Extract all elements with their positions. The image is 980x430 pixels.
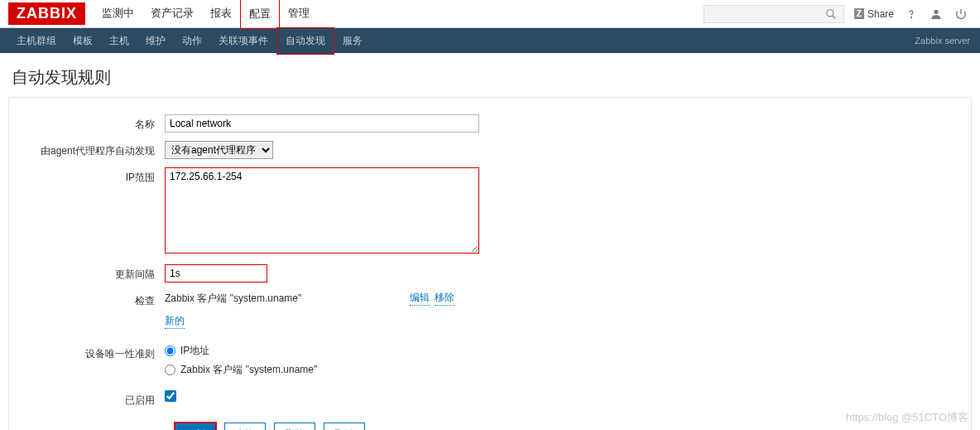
uniqueness-label: 设备唯一性准则 <box>17 344 165 382</box>
subnav-correlation[interactable]: 关联项事件 <box>210 28 276 54</box>
name-label: 名称 <box>17 114 165 133</box>
search-icon <box>824 7 838 22</box>
button-row: 更新 克隆 删除 取消 <box>175 423 963 430</box>
iprange-label: IP范围 <box>17 167 165 256</box>
subnav-services[interactable]: 服务 <box>334 28 371 54</box>
user-icon[interactable] <box>929 7 944 22</box>
power-icon[interactable] <box>954 7 968 22</box>
svg-point-0 <box>827 9 833 16</box>
subnav-actions[interactable]: 动作 <box>174 28 210 54</box>
svg-point-3 <box>934 9 938 13</box>
sub-nav: 主机群组 模板 主机 维护 动作 关联项事件 自动发现 服务 Zabbix se… <box>0 28 980 53</box>
top-nav: ZABBIX 监测中 资产记录 报表 配置 管理 Z Share <box>0 0 980 28</box>
svg-line-1 <box>833 15 836 18</box>
share-z-icon: Z <box>854 8 864 19</box>
check-item-row: Zabbix 客户端 "system.uname" 编辑 移除 <box>165 291 454 306</box>
interval-label: 更新间隔 <box>17 264 165 283</box>
svg-point-2 <box>910 17 911 17</box>
delete-button[interactable]: 删除 <box>274 423 315 430</box>
proxy-select[interactable]: 没有agent代理程序 <box>165 141 273 159</box>
edit-link[interactable]: 编辑 <box>410 291 430 306</box>
subnav-hostgroups[interactable]: 主机群组 <box>8 28 65 54</box>
enabled-checkbox[interactable] <box>165 390 176 402</box>
checks-label: 检查 <box>17 291 165 329</box>
nav-administration[interactable]: 管理 <box>280 0 318 29</box>
nav-inventory[interactable]: 资产记录 <box>142 0 202 29</box>
nav-monitoring[interactable]: 监测中 <box>94 0 142 29</box>
uniqueness-radio-agent[interactable]: Zabbix 客户端 "system.uname" <box>165 363 963 377</box>
server-label: Zabbix server <box>915 36 980 46</box>
subnav-maintenance[interactable]: 维护 <box>137 28 174 54</box>
cancel-button[interactable]: 取消 <box>324 423 365 430</box>
subnav-discovery[interactable]: 自动发现 <box>276 27 334 55</box>
subnav-templates[interactable]: 模板 <box>65 28 101 54</box>
search-input[interactable] <box>704 5 844 23</box>
remove-link[interactable]: 移除 <box>435 291 454 306</box>
clone-button[interactable]: 克隆 <box>224 423 266 430</box>
update-button[interactable]: 更新 <box>175 423 216 430</box>
share-button[interactable]: Z Share <box>854 8 894 20</box>
uniqueness-option-ip: IP地址 <box>180 344 209 358</box>
new-check-link[interactable]: 新的 <box>165 314 185 329</box>
nav-reports[interactable]: 报表 <box>202 0 240 29</box>
uniqueness-radio-agent-input[interactable] <box>165 365 175 375</box>
share-label: Share <box>867 8 894 20</box>
nav-configuration[interactable]: 配置 <box>240 0 280 29</box>
logo: ZABBIX <box>8 2 85 25</box>
top-menu: 监测中 资产记录 报表 配置 管理 <box>94 0 318 29</box>
iprange-field[interactable]: 172.25.66.1-254 <box>165 167 479 254</box>
enabled-label: 已启用 <box>17 390 165 408</box>
uniqueness-radio-ip-input[interactable] <box>165 345 175 356</box>
form-area: 名称 由agent代理程序自动发现 没有agent代理程序 IP范围 172.2… <box>8 97 972 430</box>
uniqueness-option-agent: Zabbix 客户端 "system.uname" <box>180 363 317 377</box>
proxy-label: 由agent代理程序自动发现 <box>17 141 165 159</box>
interval-field[interactable] <box>165 264 267 283</box>
check-item-text: Zabbix 客户端 "system.uname" <box>165 292 405 306</box>
help-icon[interactable] <box>904 7 919 22</box>
top-right: Z Share <box>704 5 980 23</box>
uniqueness-radio-ip[interactable]: IP地址 <box>165 344 963 358</box>
name-field[interactable] <box>165 114 479 133</box>
subnav-hosts[interactable]: 主机 <box>101 28 137 54</box>
page-title: 自动发现规则 <box>0 53 980 97</box>
